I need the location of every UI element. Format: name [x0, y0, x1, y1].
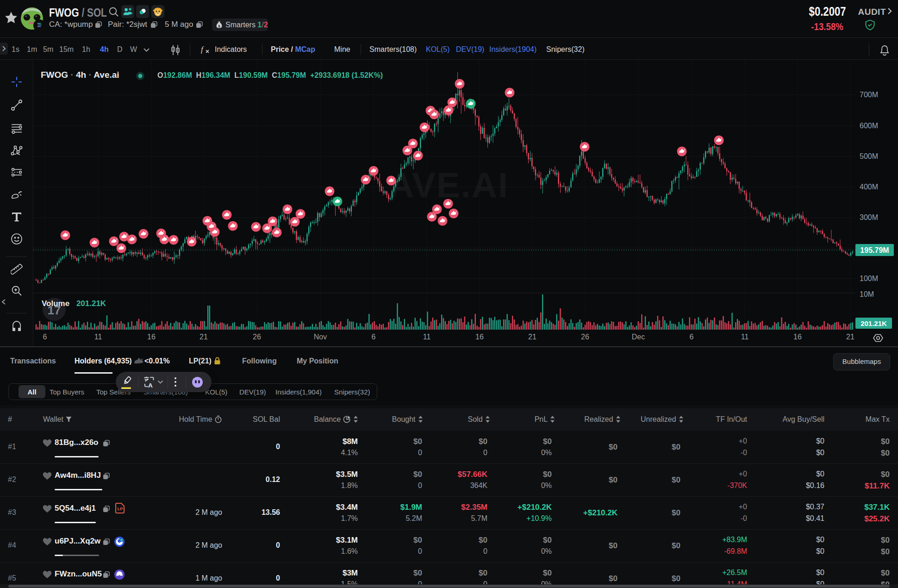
svg-text:f: f — [201, 45, 204, 54]
svg-text:$: $ — [218, 24, 220, 28]
svg-text:LP: LP — [117, 506, 123, 511]
svg-text:AVE.AI: AVE.AI — [388, 165, 509, 205]
svg-text:A: A — [148, 382, 153, 388]
